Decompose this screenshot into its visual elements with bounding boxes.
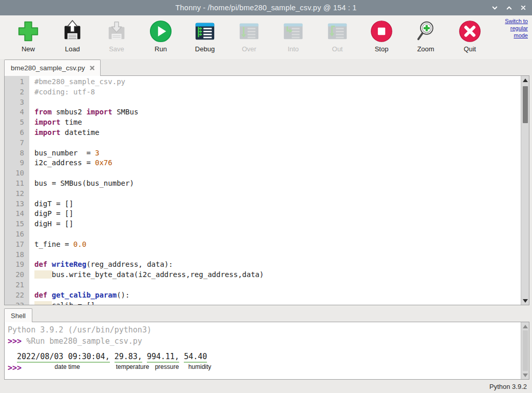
- switch-to-regular-mode-link[interactable]: Switch to regular mode: [495, 18, 528, 39]
- line-number: 16: [5, 229, 24, 240]
- shell-panel[interactable]: Python 3.9.2 (/usr/bin/python3)>>> %Run …: [4, 322, 529, 380]
- step-out-icon: [326, 18, 349, 45]
- annotation-date-time: date time: [54, 361, 80, 372]
- scroll-up-icon[interactable]: [521, 76, 529, 84]
- code-line: from smbus2 import SMBus: [34, 107, 521, 117]
- line-number: 15: [5, 219, 24, 229]
- toolbar: NewLoadSaveRunDebugOverIntoOutStopZoomQu…: [0, 15, 532, 59]
- window-controls: [490, 0, 528, 15]
- into-button: Into: [271, 18, 315, 57]
- shell-scroll-up-icon[interactable]: [521, 323, 529, 330]
- save-floppy-icon: [105, 18, 128, 45]
- line-number: 10: [5, 168, 24, 179]
- zoom-button-label: Zoom: [417, 45, 434, 53]
- editor-tabbar: bme280_sample_csv.py: [4, 59, 101, 76]
- editor-scrollbar[interactable]: [521, 76, 529, 305]
- code-line: bus_number = 3: [34, 148, 521, 159]
- line-number: 1: [5, 77, 24, 87]
- shell-prompt-line: >>>date timetemperaturepressurehumidity: [8, 362, 521, 374]
- debug-button-label: Debug: [195, 45, 215, 53]
- step-over-icon: [237, 18, 261, 45]
- python-version-label: Python 3.9.2: [489, 383, 527, 390]
- load-button[interactable]: Load: [50, 18, 94, 57]
- debug-button[interactable]: Debug: [183, 18, 227, 57]
- load-button-label: Load: [65, 45, 80, 53]
- code-area[interactable]: #bme280_sample_csv.py#coding: utf-8 from…: [29, 76, 521, 305]
- code-line: t_fine = 0.0: [34, 240, 521, 250]
- zoom-magnifier-icon: [414, 18, 438, 45]
- maximize-icon[interactable]: [504, 3, 514, 12]
- code-line: #bme280_sample_csv.py: [34, 77, 521, 87]
- shell-line: >>> %Run bme280_sample_csv.py: [8, 336, 521, 347]
- quit-button[interactable]: Quit: [448, 18, 492, 57]
- line-number: 5: [5, 117, 24, 128]
- code-line: [34, 250, 521, 260]
- shell-scroll-down-icon[interactable]: [521, 371, 529, 379]
- line-number: 18: [5, 250, 24, 260]
- run-button-label: Run: [155, 45, 167, 53]
- line-number: 4: [5, 107, 24, 117]
- shell-output[interactable]: Python 3.9.2 (/usr/bin/python3)>>> %Run …: [5, 322, 521, 379]
- line-number: 22: [5, 290, 24, 301]
- code-line: [34, 189, 521, 199]
- shell-line: 2022/08/03 09:30:04, 29.83, 994.11, 54.4…: [8, 351, 521, 362]
- stop-button-label: Stop: [375, 45, 389, 53]
- code-line: calib = []: [34, 301, 521, 305]
- close-icon[interactable]: [519, 3, 528, 12]
- code-line: import time: [34, 117, 521, 128]
- into-button-label: Into: [288, 45, 299, 53]
- shell-blank-line: [8, 347, 521, 351]
- shell-tabbar: Shell: [4, 308, 32, 322]
- line-number: 8: [5, 148, 24, 159]
- step-into-icon: [281, 18, 305, 45]
- line-number: 14: [5, 209, 24, 219]
- run-button[interactable]: Run: [139, 18, 183, 57]
- editor-scrollbar-thumb[interactable]: [523, 86, 528, 123]
- line-number: 2: [5, 87, 24, 97]
- minimize-icon[interactable]: [490, 3, 499, 12]
- code-line: [34, 168, 521, 179]
- scroll-down-icon[interactable]: [521, 297, 529, 304]
- code-editor[interactable]: 1234567891011121314151617181920212223 #b…: [4, 75, 529, 305]
- line-number: 11: [5, 179, 24, 189]
- code-line: digH = []: [34, 219, 521, 229]
- toolbar-buttons: NewLoadSaveRunDebugOverIntoOutStopZoomQu…: [0, 15, 532, 57]
- out-button-label: Out: [332, 45, 343, 53]
- shell-scrollbar-thumb[interactable]: [523, 330, 528, 371]
- zoom-button[interactable]: Zoom: [404, 18, 448, 57]
- code-line: digP = []: [34, 209, 521, 219]
- save-button: Save: [94, 18, 139, 57]
- code-line: def get_calib_param():: [34, 290, 521, 301]
- code-line: #coding: utf-8: [34, 87, 521, 97]
- code-line: [34, 138, 521, 148]
- window-title: Thonny - /home/pi/bme280_sample_csv.py @…: [0, 4, 532, 12]
- new-button[interactable]: New: [6, 18, 50, 57]
- stop-button[interactable]: Stop: [359, 18, 404, 57]
- tab-shell[interactable]: Shell: [4, 308, 32, 322]
- line-number-gutter: 1234567891011121314151617181920212223: [5, 76, 29, 305]
- line-number: 20: [5, 270, 24, 280]
- quit-button-label: Quit: [464, 45, 476, 53]
- code-line: [34, 97, 521, 108]
- tab-bme280-sample-csv[interactable]: bme280_sample_csv.py: [4, 60, 101, 76]
- code-line: import datetime: [34, 128, 521, 138]
- annotation-humidity: humidity: [188, 361, 212, 372]
- shell-scrollbar[interactable]: [521, 322, 529, 379]
- over-button-label: Over: [242, 45, 256, 53]
- new-plus-icon: [16, 18, 40, 45]
- line-number: 21: [5, 280, 24, 290]
- line-number: 19: [5, 260, 24, 270]
- code-line: [34, 280, 521, 290]
- line-number: 12: [5, 189, 24, 199]
- line-number: 9: [5, 158, 24, 168]
- line-number: 23: [5, 301, 24, 305]
- thonny-window: Thonny - /home/pi/bme280_sample_csv.py @…: [0, 0, 532, 393]
- line-number: 7: [5, 138, 24, 148]
- run-play-icon: [149, 18, 173, 45]
- statusbar: Python 3.9.2: [0, 380, 532, 393]
- titlebar: Thonny - /home/pi/bme280_sample_csv.py @…: [0, 0, 532, 15]
- save-button-label: Save: [109, 45, 124, 53]
- stop-icon: [370, 18, 393, 45]
- quit-icon: [458, 18, 482, 45]
- tab-close-icon[interactable]: [89, 65, 95, 71]
